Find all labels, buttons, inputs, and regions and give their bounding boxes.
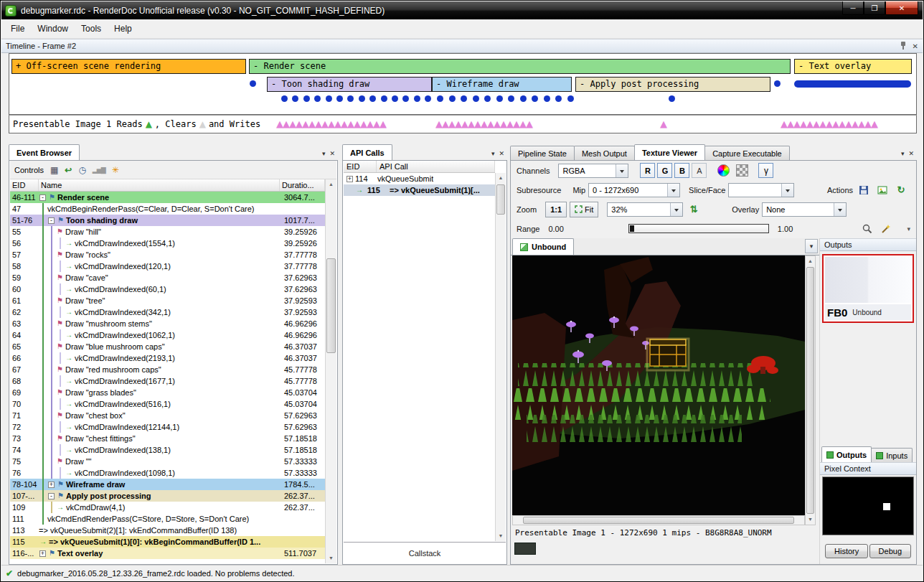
event-dot[interactable] (292, 95, 298, 102)
texture-horizontal-scrollbar[interactable] (512, 515, 805, 525)
event-dot[interactable] (774, 80, 781, 87)
jump-to-eid-icon[interactable]: ↩ (65, 165, 72, 175)
zoom-fit-button[interactable]: Fit (570, 202, 598, 217)
event-dot[interactable] (414, 95, 420, 102)
table-row[interactable]: 64→vkCmdDrawIndexed(1062,1)46.96296 (10, 329, 325, 341)
event-dot[interactable] (314, 95, 321, 102)
texture-list-dropdown[interactable]: ▾ (805, 239, 818, 253)
event-dot[interactable] (369, 95, 376, 102)
tree-toggle-icon[interactable]: + (39, 550, 46, 557)
tree-toggle-icon[interactable]: - (39, 194, 46, 201)
timeline-block-post-processing[interactable]: - Apply post processing (575, 77, 770, 92)
scroll-up-icon[interactable]: ▲ (326, 179, 336, 189)
zoom-1-1-button[interactable]: 1:1 (545, 202, 567, 217)
table-row[interactable]: 63⚑Draw "mushroom stems"46.96296 (10, 318, 325, 329)
event-browser-scrollbar[interactable]: ▲ ▼ (325, 179, 336, 563)
tab-inputs[interactable]: Inputs (871, 448, 913, 462)
tree-toggle-icon[interactable]: + (346, 176, 353, 182)
table-row[interactable]: 74→vkCmdDrawIndexed(138,1)57.18518 (10, 444, 325, 456)
timeline[interactable]: + Off-screen scene rendering - Render sc… (9, 53, 917, 115)
table-row[interactable]: 75⚑Draw ""57.33333 (10, 456, 325, 467)
zoom-range-button[interactable] (859, 221, 875, 237)
event-dot[interactable] (381, 95, 387, 102)
event-dot[interactable] (392, 95, 398, 102)
scroll-thumb[interactable] (806, 267, 814, 514)
table-row[interactable]: 109→vkCmdDraw(4,1)262.37... (10, 502, 325, 513)
scroll-up-icon[interactable]: ▲ (806, 256, 815, 266)
event-dot[interactable] (508, 95, 514, 102)
panel-menu-chevron-icon[interactable]: ▾ (901, 150, 905, 157)
event-dot[interactable] (437, 95, 443, 102)
event-dot[interactable] (473, 95, 479, 102)
event-dot[interactable] (359, 95, 365, 102)
table-row[interactable]: 51-76-⚑Toon shading draw1017.7... (10, 215, 325, 226)
maximize-button[interactable]: ❐ (864, 1, 885, 15)
mip-dropdown[interactable]: 0 - 1272x690 (588, 183, 680, 197)
tab-outputs[interactable]: Outputs (821, 446, 872, 462)
table-row[interactable]: 70→vkCmdDrawIndexed(516,1)45.03704 (10, 398, 325, 410)
custom-shader-icon[interactable] (715, 163, 731, 179)
tab-mesh-output[interactable]: Mesh Output (574, 146, 635, 160)
table-row[interactable]: 59⚑Draw "cave"37.62963 (10, 272, 325, 283)
texture-tab-unbound[interactable]: Unbound (512, 238, 574, 255)
timeline-close-icon[interactable]: ✕ (913, 42, 918, 50)
timeline-block-toon-shading[interactable]: - Toon shading draw (267, 77, 432, 92)
panel-menu-chevron-icon[interactable]: ▾ (322, 150, 326, 157)
table-row[interactable]: 73⚑Draw "chest fittings"57.18518 (10, 433, 325, 444)
timeline-block-wireframe[interactable]: - Wireframe draw (432, 77, 572, 92)
tab-capture-executable[interactable]: Capture Executable (704, 146, 790, 160)
table-row[interactable]: 76→vkCmdDrawIndexed(1098,1)57.33333 (10, 467, 325, 479)
table-row[interactable]: 116-...+⚑Text overlay511.7037 (10, 548, 325, 559)
scroll-down-icon[interactable]: ▼ (496, 531, 506, 541)
menu-item-window[interactable]: Window (31, 21, 75, 37)
pixel-context-canvas[interactable] (822, 477, 914, 535)
event-dot[interactable] (567, 95, 574, 102)
channel-a-button[interactable]: A (692, 163, 707, 178)
panel-close-icon[interactable]: ✕ (908, 150, 914, 157)
event-dot[interactable] (555, 95, 562, 102)
scroll-thumb[interactable] (496, 184, 505, 215)
bookmark-icon[interactable]: ✳ (112, 165, 119, 175)
table-row[interactable]: 107-...-⚑Apply post processing262.37... (10, 490, 325, 502)
event-dot[interactable] (496, 95, 503, 102)
scroll-thumb[interactable] (326, 258, 336, 353)
table-row[interactable]: 66→vkCmdDrawIndexed(2193,1)46.37037 (10, 352, 325, 364)
tree-toggle-icon[interactable]: - (48, 493, 55, 499)
table-row[interactable]: 72→vkCmdDrawIndexed(12144,1)57.62963 (10, 421, 325, 433)
event-dot[interactable] (326, 95, 332, 102)
scroll-down-icon[interactable]: ▼ (806, 515, 815, 525)
event-table-header[interactable]: EID Name Duratio... (10, 179, 325, 192)
callstack-section[interactable]: Callstack (344, 542, 506, 563)
channel-r-button[interactable]: R (640, 163, 655, 178)
event-dot[interactable] (484, 95, 491, 102)
panel-close-icon[interactable]: ✕ (499, 150, 504, 157)
overlay-dropdown[interactable]: None (762, 202, 847, 217)
event-dot[interactable] (336, 95, 343, 102)
zoom-percent-combo[interactable]: 32% (607, 202, 683, 217)
slice-face-dropdown[interactable] (728, 183, 794, 197)
event-dot[interactable] (520, 95, 527, 102)
panel-close-icon[interactable]: ✕ (329, 150, 335, 157)
open-texture-list-button[interactable] (874, 182, 890, 198)
timeline-block-text-overlay[interactable]: - Text overlay (794, 59, 912, 74)
table-row[interactable]: →115=> vkQueueSubmit(1)[... (344, 184, 495, 196)
overflow-chevron-icon[interactable]: ▾ (907, 225, 910, 233)
time-durations-icon[interactable]: ◷ (78, 165, 85, 175)
table-row[interactable]: 68→vkCmdDrawIndexed(1677,1)45.77778 (10, 375, 325, 387)
table-row[interactable]: 61⚑Draw "tree"37.92593 (10, 295, 325, 306)
save-texture-button[interactable] (856, 182, 872, 198)
event-dot[interactable] (402, 95, 409, 102)
menu-item-file[interactable]: File (4, 21, 31, 37)
tree-toggle-icon[interactable]: - (48, 217, 55, 224)
table-row[interactable]: 58→vkCmdDrawIndexed(120,1)37.77778 (10, 261, 325, 272)
timeline-block-render-scene[interactable]: - Render scene (249, 59, 791, 74)
table-row[interactable]: 57⚑Draw "rocks"37.77778 (10, 249, 325, 261)
event-dot[interactable] (347, 95, 354, 102)
channel-g-button[interactable]: G (657, 163, 672, 178)
scroll-up-icon[interactable]: ▲ (496, 173, 506, 183)
channels-dropdown[interactable]: RGBA (558, 164, 628, 178)
event-dot[interactable] (449, 95, 456, 102)
refresh-button[interactable]: ↻ (893, 182, 909, 198)
alpha-background-icon[interactable] (734, 163, 750, 179)
gamma-button[interactable]: γ (758, 163, 773, 178)
